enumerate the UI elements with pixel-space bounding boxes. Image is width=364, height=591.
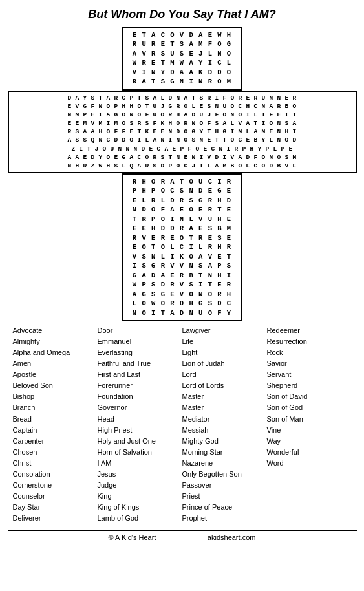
word-item — [267, 513, 352, 524]
word-item: Beloved Son — [13, 380, 98, 391]
word-item: Chosen — [13, 447, 98, 458]
word-item: Lamb of God — [98, 513, 182, 524]
word-item: Holy and Just One — [98, 436, 182, 447]
word-item: Savior — [267, 358, 352, 369]
footer-right: akidsheart.com — [208, 533, 256, 541]
word-item: Forerunner — [98, 380, 182, 391]
word-item: Faithful and True — [98, 358, 182, 369]
word-item: Cornerstone — [13, 480, 98, 491]
word-item: Foundation — [98, 391, 182, 402]
word-item: Horn of Salvation — [98, 447, 182, 458]
word-item — [267, 502, 352, 513]
word-item: Master — [182, 402, 267, 413]
word-item: Passover — [182, 480, 267, 491]
word-item: King of Kings — [98, 502, 182, 513]
word-item: Apostle — [13, 369, 98, 380]
word-item: Governor — [98, 402, 182, 413]
word-item: Jesus — [98, 469, 182, 480]
word-item: Lion of Judah — [182, 358, 267, 369]
word-item: Alpha and Omega — [13, 347, 98, 358]
word-item: Lawgiver — [182, 325, 267, 336]
word-list-grid: AdvocateDoorLawgiverRedeemerAlmightyEmma… — [13, 325, 352, 524]
word-item: Judge — [98, 480, 182, 491]
word-item: Prince of Peace — [182, 502, 267, 513]
word-item: Wonderful — [267, 447, 352, 458]
cross-center: R H O R A T O U C I R P H P O C S N D E … — [122, 173, 242, 321]
word-item: Master — [182, 391, 267, 402]
footer-left: © A Kid's Heart — [109, 533, 156, 541]
word-item: Almighty — [13, 336, 98, 347]
word-item: Bishop — [13, 391, 98, 402]
word-item: Advocate — [13, 325, 98, 336]
word-item: Son of Man — [267, 414, 352, 425]
word-item: Lord of Lords — [182, 380, 267, 391]
word-item: Mighty God — [182, 436, 267, 447]
word-item: Mediator — [182, 414, 267, 425]
word-item: Door — [98, 325, 182, 336]
word-item: Consolation — [13, 469, 98, 480]
word-item: Redeemer — [267, 325, 352, 336]
word-item: I AM — [98, 458, 182, 469]
outer-border: D A Y S T A R C P T S A L D N A T S R I … — [8, 91, 357, 173]
footer: © A Kid's Heart akidsheart.com — [8, 530, 357, 544]
word-item: Prophet — [182, 513, 267, 524]
word-item: Resurrection — [267, 336, 352, 347]
word-item: Day Star — [13, 502, 98, 513]
cross-top: E T A C O V D A E W H R U R E T S A M F … — [122, 27, 242, 91]
word-item: Bread — [13, 414, 98, 425]
word-item: Shepherd — [267, 380, 352, 391]
word-item: Branch — [13, 402, 98, 413]
word-item: Christ — [13, 458, 98, 469]
word-item: Way — [267, 436, 352, 447]
word-item: Servant — [267, 369, 352, 380]
top-grid: E T A C O V D A E W H R U R E T S A M F … — [123, 28, 241, 89]
word-item: Vine — [267, 425, 352, 436]
word-item: Lord — [182, 369, 267, 380]
word-item: Everlasting — [98, 347, 182, 358]
cross-wrapper: E T A C O V D A E W H R U R E T S A M F … — [8, 27, 357, 321]
word-item: Emmanuel — [98, 336, 182, 347]
word-item: Rock — [267, 347, 352, 358]
word-item: Priest — [182, 491, 267, 502]
word-item — [267, 480, 352, 491]
word-item: Counselor — [13, 491, 98, 502]
word-item: Son of God — [267, 402, 352, 413]
word-item: King — [98, 491, 182, 502]
word-item: High Priest — [98, 425, 182, 436]
word-item: Messiah — [182, 425, 267, 436]
word-item: Only Begotten Son — [182, 469, 267, 480]
word-item: First and Last — [98, 369, 182, 380]
word-item: Amen — [13, 358, 98, 369]
page-title: But Whom Do You Say That I AM? — [88, 8, 275, 21]
word-item: Morning Star — [182, 447, 267, 458]
word-item: Son of David — [267, 391, 352, 402]
word-item: Nazarene — [182, 458, 267, 469]
word-list-container: AdvocateDoorLawgiverRedeemerAlmightyEmma… — [8, 323, 357, 526]
middle-grid: D A Y S T A R C P T S A L D N A T S R I … — [9, 92, 356, 172]
word-item: Deliverer — [13, 513, 98, 524]
word-item — [267, 491, 352, 502]
word-item: Captain — [13, 425, 98, 436]
word-item: Life — [182, 336, 267, 347]
word-item: Word — [267, 458, 352, 469]
word-item: Head — [98, 414, 182, 425]
word-item: Light — [182, 347, 267, 358]
word-item — [267, 469, 352, 480]
center-grid: R H O R A T O U C I R P H P O C S N D E … — [123, 175, 241, 320]
word-item: Carpenter — [13, 436, 98, 447]
